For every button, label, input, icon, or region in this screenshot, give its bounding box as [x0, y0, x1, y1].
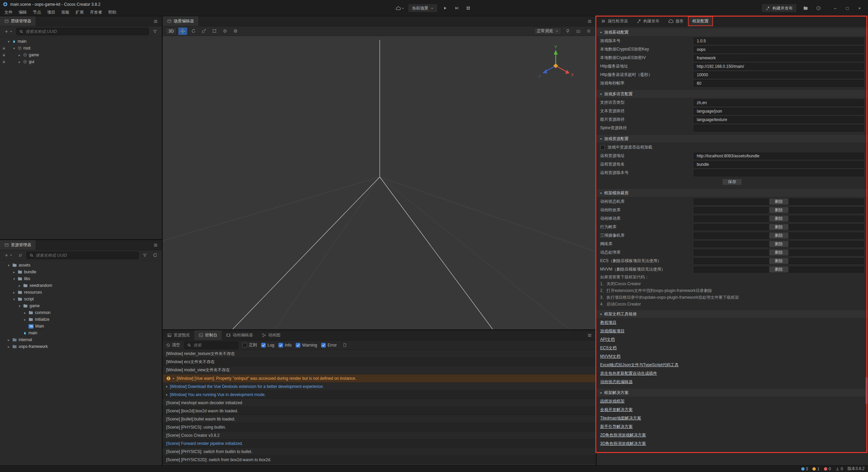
log-row[interactable]: [Scene] meshopt wasm decoder initialized — [163, 399, 596, 407]
save-button[interactable]: 保存 — [722, 179, 742, 185]
menu-item[interactable]: 项目 — [44, 9, 58, 16]
layout-button[interactable] — [464, 4, 472, 12]
tree-row[interactable]: ▾game — [0, 302, 162, 309]
coordinate-space-toggle[interactable] — [231, 27, 240, 35]
scale-tool[interactable] — [199, 27, 208, 35]
tree-row[interactable]: main — [0, 330, 162, 336]
camera-preview-toggle[interactable] — [574, 27, 583, 35]
log-row[interactable]: [Scene] [box2d]:box2d wasm lib loaded. — [163, 407, 596, 415]
recent-projects-button[interactable] — [802, 4, 810, 12]
delete-button[interactable]: 删除 — [769, 241, 789, 247]
menu-item[interactable]: 编辑 — [16, 9, 30, 16]
menu-item[interactable]: 面板 — [58, 9, 73, 16]
doc-link[interactable]: 动画状态机编辑器 — [600, 379, 633, 385]
log-row[interactable]: [Scene] [bullet]:bullet wasm lib loaded. — [163, 415, 596, 423]
property-input[interactable] — [694, 170, 864, 176]
hamburger-menu-icon[interactable] — [150, 240, 162, 250]
minimize-button[interactable]: – — [829, 4, 841, 13]
tree-row[interactable]: ▾main — [0, 38, 162, 45]
log-row[interactable]: [Scene] [PHYSICS]: switch from builtin t… — [163, 448, 596, 456]
property-input[interactable] — [694, 99, 864, 106]
delete-button[interactable]: 删除 — [769, 266, 789, 273]
doc-link[interactable]: ECS文档 — [600, 345, 617, 351]
delete-button[interactable]: 删除 — [769, 215, 789, 222]
tree-row[interactable]: ▸bundle — [0, 269, 162, 275]
hamburger-menu-icon[interactable] — [584, 16, 596, 26]
preview-platform-button[interactable] — [396, 4, 405, 12]
tab-inspector[interactable]: 属性检查器 — [597, 16, 632, 26]
expand-arrow-icon[interactable]: ▸ — [18, 60, 21, 64]
delete-button[interactable]: 删除 — [769, 207, 789, 213]
log-row[interactable]: ▸[Window] You are running Vue in develop… — [163, 391, 596, 399]
doc-link[interactable]: 游戏模板项目 — [600, 328, 625, 334]
tree-row[interactable]: ▾root — [0, 45, 162, 52]
tab-asset-preview[interactable]: 资源预览 — [163, 330, 194, 340]
log-row[interactable]: [Scene] Forward render pipeline initiali… — [163, 439, 596, 448]
expand-arrow-icon[interactable]: ▸ — [166, 385, 168, 388]
tree-row[interactable]: ▸oops-framework — [0, 343, 162, 350]
doc-link[interactable]: 3D角色扮演游戏解决方案 — [600, 441, 646, 447]
lighting-toggle[interactable] — [563, 27, 572, 35]
download-count[interactable]: 0 — [835, 467, 843, 471]
clear-console-button[interactable]: 清空 — [166, 342, 180, 348]
info-count[interactable]: 3 — [801, 467, 808, 471]
error-count[interactable]: 0 — [824, 467, 831, 471]
delete-button[interactable]: 删除 — [769, 232, 789, 239]
doc-link[interactable]: 战棋游戏框架 — [600, 398, 625, 404]
scene-select[interactable]: 当前场景 — [408, 4, 438, 13]
delete-button[interactable]: 删除 — [769, 258, 789, 264]
scene-viewport[interactable]: Y X z — [163, 36, 596, 329]
close-button[interactable]: × — [854, 4, 865, 13]
tree-row[interactable]: ▾assets — [0, 262, 162, 269]
menu-item[interactable]: 节点 — [30, 9, 44, 16]
expand-arrow-icon[interactable]: ▸ — [12, 270, 16, 274]
doc-link[interactable]: Excel格式转Json文件与TypeScript代码工具 — [600, 362, 678, 368]
step-button[interactable] — [453, 4, 461, 12]
tree-row[interactable]: ▸gui — [0, 58, 162, 65]
filter-log[interactable]: Log — [261, 343, 274, 348]
collapse-logs-button[interactable] — [341, 341, 349, 349]
tree-row[interactable]: ▸internal — [0, 336, 162, 343]
doc-link[interactable]: API文档 — [600, 337, 615, 342]
log-row[interactable]: [Window] render_texture文件夹不存在 — [163, 350, 596, 358]
log-row[interactable]: [Scene] Cocos Creator v3.8.2 — [163, 431, 596, 439]
rect-tool[interactable] — [210, 27, 219, 35]
tab-animation-graph[interactable]: 动画图 — [257, 330, 285, 340]
property-input[interactable] — [694, 125, 864, 132]
tree-row[interactable]: TSMain — [0, 323, 162, 330]
menu-item[interactable]: 文件 — [1, 9, 16, 16]
log-row[interactable]: [Window] ecs文件夹不存在 — [163, 358, 596, 366]
doc-link[interactable]: Tiledmap地图解决方案 — [600, 415, 641, 421]
hierarchy-filter-button[interactable] — [151, 27, 159, 36]
section-header[interactable]: ▾框架解决方案 — [597, 388, 868, 397]
play-button[interactable] — [441, 4, 449, 12]
warning-count[interactable]: 1 — [812, 467, 820, 471]
delete-button[interactable]: 删除 — [769, 224, 789, 230]
doc-link[interactable]: 原生包热更新配置自动生成插件 — [600, 371, 657, 376]
tab-build[interactable]: 构建发布 — [632, 16, 664, 26]
menu-item[interactable]: 开发者 — [87, 9, 105, 16]
filter-regex[interactable]: 正则 — [242, 342, 257, 348]
expand-arrow-icon[interactable]: ▾ — [12, 277, 16, 281]
menu-item[interactable]: 扩展 — [73, 9, 87, 16]
doc-link[interactable]: 教程项目 — [600, 320, 616, 326]
property-input[interactable] — [694, 153, 864, 159]
checkbox[interactable] — [321, 343, 326, 348]
section-header[interactable]: ▾游戏资源配置 — [597, 134, 868, 143]
expand-arrow-icon[interactable]: ▸ — [173, 376, 175, 380]
log-row[interactable]: ▸[Window] [Vue warn]: Property "onInput"… — [163, 374, 596, 382]
tab-service[interactable]: 服务 — [664, 16, 688, 26]
property-input[interactable] — [694, 63, 864, 70]
checkbox[interactable] — [242, 343, 247, 348]
tree-row[interactable]: ▸game — [0, 52, 162, 58]
hierarchy-search-input[interactable] — [25, 29, 146, 34]
menu-item[interactable]: 帮助 — [105, 9, 119, 16]
filter-warning[interactable]: Warning — [296, 343, 317, 348]
create-asset-button[interactable] — [3, 252, 14, 259]
scene-settings-button[interactable] — [584, 27, 593, 35]
section-header[interactable]: ▾框架文档工具链接 — [597, 310, 868, 318]
view-mode-select[interactable]: 正常浏览 — [534, 27, 561, 35]
checkbox[interactable] — [261, 343, 266, 348]
checkbox[interactable] — [278, 343, 283, 348]
pivot-toggle[interactable] — [220, 27, 229, 35]
